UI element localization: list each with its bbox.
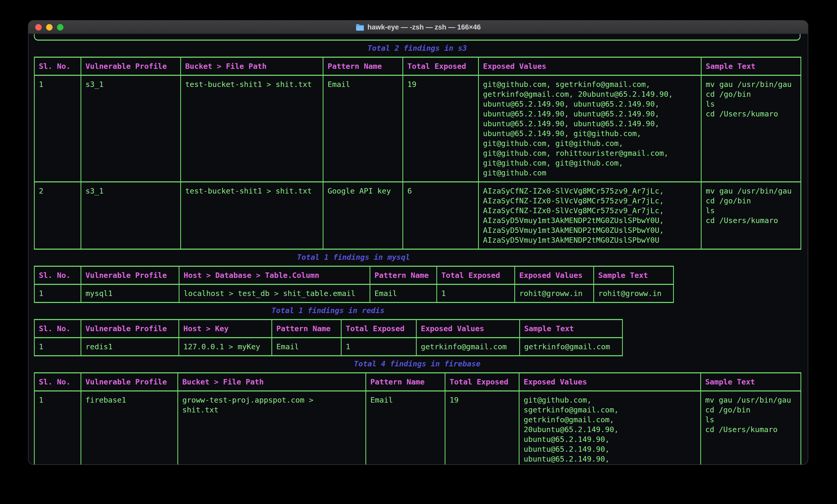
cell-pattern-name: Email [272,338,341,356]
cell-exposed-values: git@github.com, sgetrkinfo@gmail.com, ge… [519,391,701,464]
cell-pattern-name: Email [323,75,403,182]
header-pattern-name: Pattern Name [366,373,445,391]
cell-bucket-file-path: test-bucket-shit1 > shit.txt [181,75,323,182]
terminal-output[interactable]: Total 2 findings in s3 Sl. No. Vulnerabl… [29,34,808,464]
section-title-s3: Total 2 findings in s3 [34,43,801,53]
header-bucket-file-path: Bucket > File Path [178,373,366,391]
cell-total-exposed: 1 [341,338,416,356]
terminal-window: hawk-eye — -zsh — zsh — 166×46 Total 2 f… [28,20,808,465]
header-host-key: Host > Key [179,319,272,338]
cell-vulnerable-profile: mysql1 [81,284,179,302]
header-exposed-values: Exposed Values [515,266,594,284]
findings-table-s3: Sl. No. Vulnerable Profile Bucket > File… [34,57,801,250]
cell-exposed-values: rohit@groww.in [515,284,594,302]
header-exposed-values: Exposed Values [519,373,701,391]
cell-sl-no: 1 [34,338,81,356]
table-row: 2 s3_1 test-bucket-shit1 > shit.txt Goog… [34,182,801,249]
table-header-row: Sl. No. Vulnerable Profile Bucket > File… [34,373,801,391]
findings-table-mysql: Sl. No. Vulnerable Profile Host > Databa… [34,266,674,303]
previous-table-bottom-border [34,34,801,41]
header-sl-no: Sl. No. [34,319,81,338]
window-title: hawk-eye — -zsh — zsh — 166×46 [356,23,481,31]
header-vulnerable-profile: Vulnerable Profile [81,266,179,284]
cell-sample-text: mv gau /usr/bin/gau cd /go/bin ls cd /Us… [701,182,801,249]
cell-sl-no: 1 [34,284,81,302]
table-header-row: Sl. No. Vulnerable Profile Bucket > File… [34,57,801,75]
header-sample-text: Sample Text [594,266,674,284]
cell-sample-text: mv gau /usr/bin/gau cd /go/bin ls cd /Us… [701,391,801,464]
section-title-redis: Total 1 findings in redis [34,305,622,315]
cell-total-exposed: 19 [403,75,479,182]
header-total-exposed: Total Exposed [445,373,519,391]
header-vulnerable-profile: Vulnerable Profile [81,57,181,75]
folder-icon [356,23,364,31]
cell-total-exposed: 6 [403,182,479,249]
cell-bucket-file-path: groww-test-proj.appspot.com > shit.txt [178,391,366,464]
cell-vulnerable-profile: firebase1 [81,391,178,464]
cell-pattern-name: Google API key [323,182,403,249]
header-total-exposed: Total Exposed [403,57,479,75]
table-header-row: Sl. No. Vulnerable Profile Host > Key Pa… [34,319,623,338]
window-titlebar[interactable]: hawk-eye — -zsh — zsh — 166×46 [29,21,808,34]
header-sample-text: Sample Text [520,319,623,338]
cell-sl-no: 2 [34,182,81,249]
cell-vulnerable-profile: redis1 [81,338,179,356]
table-header-row: Sl. No. Vulnerable Profile Host > Databa… [34,266,674,284]
cell-total-exposed: 1 [437,284,515,302]
minimize-button[interactable] [46,24,53,31]
cell-exposed-values: getrkinfo@gmail.com [416,338,520,356]
header-sample-text: Sample Text [701,373,801,391]
header-total-exposed: Total Exposed [437,266,515,284]
findings-table-redis: Sl. No. Vulnerable Profile Host > Key Pa… [34,319,623,356]
header-pattern-name: Pattern Name [323,57,403,75]
cell-host-database-column: localhost > test_db > shit_table.email [179,284,370,302]
header-sl-no: Sl. No. [34,373,81,391]
cell-exposed-values: AIzaSyCfNZ-IZx0-SlVcVg8MCr575zv9_Ar7jLc,… [479,182,701,249]
header-pattern-name: Pattern Name [370,266,437,284]
section-title-firebase: Total 4 findings in firebase [34,359,801,369]
table-row: 1 s3_1 test-bucket-shit1 > shit.txt Emai… [34,75,801,182]
header-pattern-name: Pattern Name [272,319,341,338]
cell-exposed-values: git@github.com, sgetrkinfo@gmail.com, ge… [479,75,701,182]
cell-total-exposed: 19 [445,391,519,464]
cell-sample-text: getrkinfo@gmail.com [520,338,623,356]
window-controls [35,21,64,34]
cell-sl-no: 1 [34,391,81,464]
header-vulnerable-profile: Vulnerable Profile [81,373,178,391]
header-exposed-values: Exposed Values [479,57,701,75]
header-bucket-file-path: Bucket > File Path [181,57,323,75]
window-title-text: hawk-eye — -zsh — zsh — 166×46 [368,23,481,31]
header-sl-no: Sl. No. [34,266,81,284]
findings-table-firebase: Sl. No. Vulnerable Profile Bucket > File… [34,372,801,464]
cell-sample-text: rohit@groww.in [594,284,674,302]
cell-vulnerable-profile: s3_1 [81,182,181,249]
cell-pattern-name: Email [366,391,445,464]
table-row: 1 mysql1 localhost > test_db > shit_tabl… [34,284,674,302]
cell-sl-no: 1 [34,75,81,182]
header-sample-text: Sample Text [701,57,801,75]
header-sl-no: Sl. No. [34,57,81,75]
cell-pattern-name: Email [370,284,437,302]
table-row: 1 redis1 127.0.0.1 > myKey Email 1 getrk… [34,338,623,356]
header-total-exposed: Total Exposed [341,319,416,338]
cell-sample-text: mv gau /usr/bin/gau cd /go/bin ls cd /Us… [701,75,801,182]
cell-vulnerable-profile: s3_1 [81,75,181,182]
close-button[interactable] [35,24,42,31]
cell-bucket-file-path: test-bucket-shit1 > shit.txt [181,182,323,249]
header-vulnerable-profile: Vulnerable Profile [81,319,179,338]
header-exposed-values: Exposed Values [416,319,520,338]
zoom-button[interactable] [57,24,64,31]
header-host-database-column: Host > Database > Table.Column [179,266,370,284]
section-title-mysql: Total 1 findings in mysql [34,252,673,262]
cell-host-key: 127.0.0.1 > myKey [179,338,272,356]
table-row: 1 firebase1 groww-test-proj.appspot.com … [34,391,801,464]
